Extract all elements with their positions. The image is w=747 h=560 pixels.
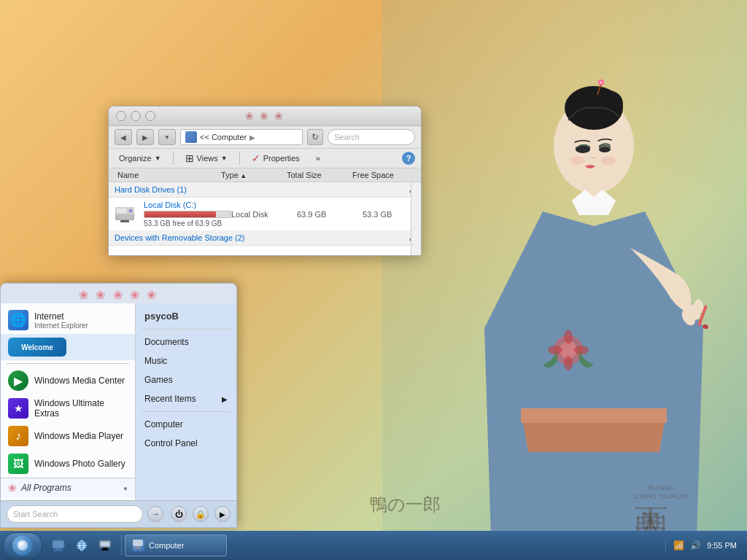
right-divider-2 bbox=[142, 411, 231, 412]
documents-label: Documents bbox=[144, 337, 189, 347]
window-toolbar: Organize ▼ ⊞ Views ▼ ✓ Properties » ? bbox=[109, 149, 421, 168]
wmp-label: Windows Media Player bbox=[34, 431, 123, 441]
disk-total-size: 63.9 GB bbox=[297, 210, 363, 219]
computer-label: Computer bbox=[144, 419, 183, 429]
start-search-placeholder: Start Search bbox=[13, 510, 58, 518]
col-header-type[interactable]: Type bbox=[218, 168, 284, 182]
col-header-name[interactable]: Name bbox=[115, 168, 218, 182]
address-text: << Computer bbox=[200, 133, 247, 141]
start-orb-inner bbox=[18, 540, 28, 551]
desktop: 美人画 BIJINGAICHIHO TSURUTA 鴨の一郎 ❀ ❀ ❀ ◀ ▶… bbox=[0, 0, 747, 560]
views-button[interactable]: ⊞ Views ▼ bbox=[181, 151, 232, 166]
taskbar-item-computer[interactable]: Computer bbox=[125, 534, 227, 556]
menu-item-extras[interactable]: ★ Windows Ultimate Extras bbox=[1, 394, 135, 422]
recent-items-label: Recent Items bbox=[144, 394, 196, 404]
window-close-btn[interactable] bbox=[145, 111, 155, 121]
address-icon bbox=[185, 131, 197, 143]
menu-item-music[interactable]: Music bbox=[136, 351, 236, 370]
menu-item-internet[interactable]: 🌐 Internet Internet Explorer bbox=[1, 306, 135, 334]
wallpaper-art bbox=[382, 0, 747, 560]
disk-usage-bar bbox=[144, 211, 216, 217]
svg-rect-25 bbox=[117, 214, 133, 219]
all-programs-button[interactable]: ❀ All Programs ● bbox=[1, 478, 135, 497]
svg-rect-38 bbox=[101, 542, 109, 546]
views-label: Views bbox=[197, 154, 218, 163]
address-bar[interactable]: << Computer ▶ bbox=[180, 129, 303, 145]
svg-rect-26 bbox=[117, 209, 127, 213]
recent-items-arrow: ▶ bbox=[222, 395, 228, 403]
dropdown-button[interactable]: ▼ bbox=[158, 129, 176, 145]
taskbar-window-label: Computer bbox=[149, 541, 184, 550]
toolbar-separator-2 bbox=[239, 152, 240, 165]
lock-button[interactable]: 🔒 bbox=[193, 506, 209, 522]
hard-drives-section-header[interactable]: Hard Disk Drives (1) ▲ bbox=[109, 182, 421, 198]
menu-item-wmp[interactable]: ♪ Windows Media Player bbox=[1, 422, 135, 450]
music-label: Music bbox=[144, 356, 167, 366]
properties-button[interactable]: ✓ Properties bbox=[247, 151, 304, 166]
window-scrollbar[interactable] bbox=[411, 182, 421, 255]
svg-rect-30 bbox=[55, 548, 62, 550]
menu-divider-1 bbox=[7, 363, 129, 364]
start-button[interactable] bbox=[3, 532, 42, 559]
menu-item-wpg[interactable]: 🖼 Windows Photo Gallery bbox=[1, 450, 135, 478]
toolbar-separator bbox=[173, 152, 174, 165]
menu-item-wmc[interactable]: ▶ Windows Media Center bbox=[1, 367, 135, 394]
properties-label: Properties bbox=[263, 154, 300, 163]
search-box[interactable]: Search bbox=[328, 129, 415, 145]
quick-launch-computer[interactable] bbox=[95, 535, 115, 556]
menu-item-computer[interactable]: Computer bbox=[136, 415, 236, 434]
organize-button[interactable]: Organize ▼ bbox=[115, 152, 166, 164]
menu-item-documents[interactable]: Documents bbox=[136, 332, 236, 351]
menu-item-welcome[interactable]: Welcome Welcome Center bbox=[1, 334, 135, 360]
svg-point-14 bbox=[574, 346, 589, 354]
local-disk-name: Local Disk (C:) 53.3 GB free of 63.9 GB bbox=[115, 201, 231, 228]
menu-item-recent[interactable]: Recent Items ▶ bbox=[136, 389, 236, 408]
arrow-button[interactable]: ▶ bbox=[214, 506, 231, 522]
quick-launch-show-desktop[interactable] bbox=[48, 535, 69, 556]
more-options-button[interactable]: » bbox=[311, 152, 325, 164]
menu-item-games[interactable]: Games bbox=[136, 370, 236, 389]
extras-label: Windows Ultimate Extras bbox=[34, 398, 128, 419]
wmc-icon: ▶ bbox=[8, 370, 28, 391]
power-button[interactable]: ⏻ bbox=[171, 506, 187, 522]
menu-item-username[interactable]: psycoB bbox=[136, 306, 236, 326]
computer-window: ❀ ❀ ❀ ◀ ▶ ▼ << Computer ▶ ↻ Search Organ… bbox=[108, 106, 422, 256]
all-programs-label: All Programs bbox=[21, 483, 71, 493]
svg-rect-42 bbox=[136, 546, 140, 548]
svg-point-11 bbox=[564, 330, 573, 344]
svg-point-22 bbox=[600, 81, 603, 84]
help-button[interactable]: ? bbox=[402, 152, 415, 165]
start-search-input[interactable]: Start Search bbox=[7, 505, 143, 523]
disk-usage-info: Local Disk (C:) 53.3 GB free of 63.9 GB bbox=[144, 201, 231, 228]
forward-button[interactable]: ▶ bbox=[136, 129, 154, 145]
all-programs-arrow: ● bbox=[123, 484, 128, 492]
svg-rect-28 bbox=[120, 220, 129, 222]
svg-point-12 bbox=[564, 356, 573, 370]
back-button[interactable]: ◀ bbox=[115, 129, 132, 145]
disk-type: Local Disk bbox=[231, 210, 297, 219]
right-divider-1 bbox=[142, 329, 231, 330]
local-disk-item[interactable]: Local Disk (C:) 53.3 GB free of 63.9 GB … bbox=[109, 198, 421, 230]
removable-section-header[interactable]: Devices with Removable Storage (2) ▲ bbox=[109, 230, 421, 246]
bijinga-watermark: 美人画 BIJINGAICHIHO TSURUTA bbox=[633, 481, 689, 502]
col-header-total-size[interactable]: Total Size bbox=[284, 168, 349, 182]
quick-launch-ie[interactable] bbox=[71, 535, 92, 556]
quick-launch-bar bbox=[42, 535, 122, 556]
svg-rect-31 bbox=[53, 550, 63, 551]
window-minimize-btn[interactable] bbox=[116, 111, 126, 121]
col-header-free-space[interactable]: Free Space bbox=[349, 168, 415, 182]
window-maximize-btn[interactable] bbox=[131, 111, 141, 121]
start-orb bbox=[12, 535, 33, 556]
refresh-button[interactable]: ↻ bbox=[307, 129, 323, 145]
start-menu-search-bar: Start Search → ⏻ 🔒 ▶ bbox=[1, 500, 236, 527]
svg-rect-39 bbox=[103, 548, 107, 549]
start-search-submit[interactable]: → bbox=[147, 506, 163, 522]
window-controls bbox=[116, 111, 155, 121]
start-menu-right-panel: psycoB Documents Music Games Recent Item… bbox=[136, 303, 236, 500]
organize-dropdown-icon: ▼ bbox=[155, 155, 161, 162]
file-list: Hard Disk Drives (1) ▲ bbox=[109, 182, 421, 255]
extras-icon: ★ bbox=[8, 398, 28, 419]
menu-item-control-panel[interactable]: Control Panel bbox=[136, 434, 236, 453]
views-dropdown-icon: ▼ bbox=[221, 155, 228, 162]
start-menu-left-panel: 🌐 Internet Internet Explorer Welcome Wel… bbox=[1, 303, 136, 500]
